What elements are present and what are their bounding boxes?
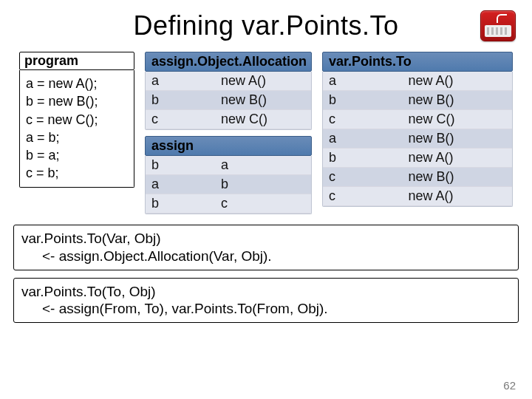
slide-title: Defining var.Points.To — [0, 10, 532, 41]
rule-line: var.Points.To(Var, Obj) — [21, 230, 511, 248]
table-row: anew A() — [323, 72, 512, 91]
table-row: bnew B() — [323, 91, 512, 110]
alloc-table: anew A() bnew B() cnew C() — [145, 72, 312, 130]
rule-box-2: var.Points.To(To, Obj) <- assign(From, T… — [13, 278, 519, 324]
vpt-header: var.Points.To — [322, 52, 513, 72]
page-number: 62 — [503, 379, 516, 392]
program-column: program a = new A(); b = new B(); c = ne… — [19, 52, 134, 188]
table-row: cnew A() — [323, 187, 512, 206]
vpt-table: anew A() bnew B() cnew C() anew B() bnew… — [322, 72, 513, 207]
middle-column: assign.Object.Allocation anew A() bnew B… — [145, 52, 312, 214]
vpt-column: var.Points.To anew A() bnew B() cnew C()… — [322, 52, 513, 207]
program-line: a = new A(); — [26, 75, 128, 92]
table-row: bnew A() — [323, 149, 512, 168]
content-columns: program a = new A(); b = new B(); c = ne… — [0, 52, 532, 214]
table-row: bc — [146, 194, 311, 214]
program-line: a = b; — [26, 129, 128, 146]
table-row: ba — [146, 156, 311, 175]
program-header: program — [19, 52, 134, 70]
table-row: anew A() — [146, 72, 311, 91]
table-row: ab — [146, 175, 311, 194]
rules-section: var.Points.To(Var, Obj) <- assign.Object… — [13, 225, 519, 323]
program-line: c = b; — [26, 164, 128, 182]
keyboard-icon — [480, 10, 516, 41]
program-line: b = new B(); — [26, 92, 128, 110]
program-line: b = a; — [26, 146, 128, 164]
table-row: anew B() — [323, 129, 512, 149]
rule-line: <- assign(From, To), var.Points.To(From,… — [21, 300, 511, 318]
table-row: cnew B() — [323, 168, 512, 187]
assign-table: ba ab bc — [145, 156, 312, 214]
assign-header: assign — [145, 136, 312, 156]
alloc-header: assign.Object.Allocation — [145, 52, 312, 72]
rule-line: <- assign.Object.Allocation(Var, Obj). — [21, 248, 511, 265]
program-body: a = new A(); b = new B(); c = new C(); a… — [19, 70, 134, 188]
rule-line: var.Points.To(To, Obj) — [21, 283, 511, 301]
table-row: cnew C() — [146, 110, 311, 129]
rule-box-1: var.Points.To(Var, Obj) <- assign.Object… — [13, 225, 519, 270]
table-row: cnew C() — [323, 110, 512, 129]
program-line: c = new C(); — [26, 111, 128, 129]
table-row: bnew B() — [146, 91, 311, 110]
